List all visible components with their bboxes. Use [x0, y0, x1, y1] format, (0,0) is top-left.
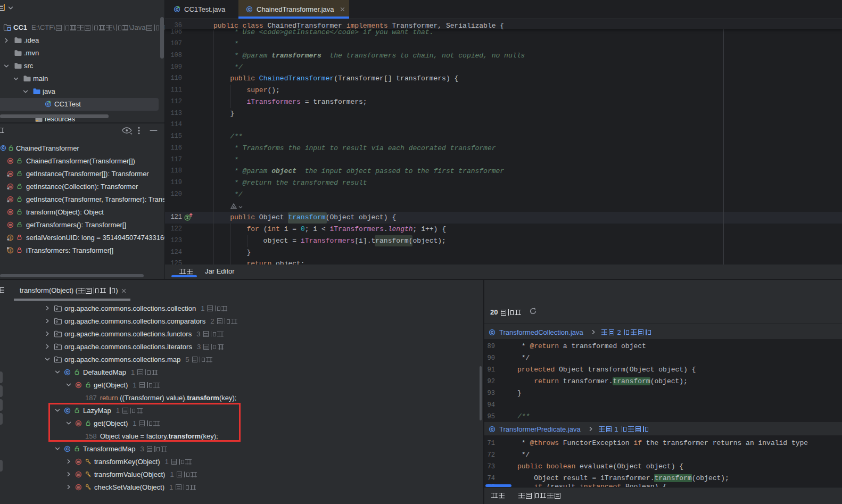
svg-text:C: C	[248, 7, 251, 11]
svg-text:m: m	[77, 473, 80, 476]
svg-text:C: C	[66, 447, 69, 451]
svg-text:m: m	[9, 210, 12, 213]
svg-text:m: m	[9, 222, 12, 226]
svg-text:m: m	[77, 485, 80, 489]
svg-text:C: C	[66, 370, 69, 374]
svg-text:C: C	[491, 427, 493, 431]
svg-text:m: m	[77, 460, 80, 464]
svg-text:C: C	[491, 330, 493, 334]
svg-text:m: m	[9, 159, 12, 162]
svg-text:m: m	[77, 383, 80, 387]
svg-text:C: C	[2, 146, 5, 150]
